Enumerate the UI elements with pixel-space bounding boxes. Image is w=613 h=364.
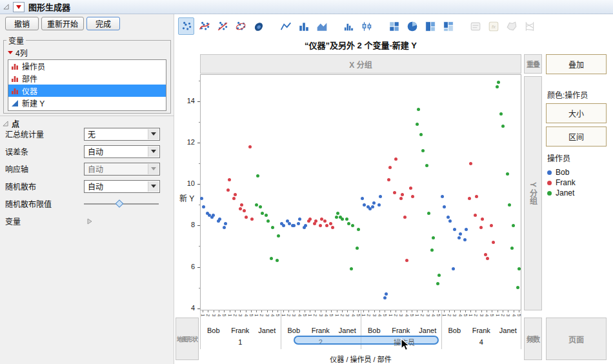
data-point[interactable]: [425, 164, 428, 167]
data-point[interactable]: [291, 224, 294, 227]
data-point[interactable]: [377, 203, 381, 207]
group-x-drop-zone[interactable]: X 分组: [200, 54, 521, 74]
data-point[interactable]: [448, 219, 452, 223]
data-point[interactable]: [484, 253, 487, 256]
data-point[interactable]: [350, 267, 353, 270]
data-point[interactable]: [437, 274, 441, 277]
data-point[interactable]: [383, 296, 387, 299]
page-drop-zone[interactable]: 页面: [546, 318, 607, 360]
data-point[interactable]: [388, 166, 392, 169]
bar-chart-icon[interactable]: [296, 17, 312, 35]
data-point[interactable]: [270, 257, 273, 260]
wrap-drop-zone[interactable]: 重叠: [524, 54, 542, 74]
data-point[interactable]: [405, 259, 408, 262]
expand-disclosure-icon[interactable]: [86, 218, 93, 225]
data-point[interactable]: [200, 197, 203, 200]
data-point[interactable]: [401, 193, 404, 196]
variables-list[interactable]: 操作员部件仪器新建 Y: [8, 59, 166, 111]
data-point[interactable]: [468, 197, 471, 200]
dropdown[interactable]: 自动: [84, 145, 160, 158]
data-point[interactable]: [271, 226, 274, 229]
data-point[interactable]: [265, 214, 268, 217]
dropdown[interactable]: 自动: [84, 180, 160, 193]
x-axis-labels[interactable]: 1Bob12345Frank12345Janet123452Bob12345Fr…: [200, 310, 521, 352]
data-point[interactable]: [307, 219, 310, 223]
box-plot-chart-icon[interactable]: [359, 17, 375, 35]
data-point[interactable]: [441, 195, 444, 198]
data-point[interactable]: [457, 236, 461, 239]
undo-button[interactable]: 撤销: [5, 17, 39, 30]
data-point[interactable]: [210, 216, 214, 219]
data-point[interactable]: [512, 224, 515, 227]
data-point[interactable]: [417, 108, 420, 111]
data-point[interactable]: [419, 133, 423, 136]
overlay-drop-zone[interactable]: 叠加: [546, 54, 607, 74]
data-point[interactable]: [411, 195, 414, 198]
mosaic-chart-icon[interactable]: [440, 17, 456, 35]
pie-chart-icon[interactable]: [404, 17, 420, 35]
data-point[interactable]: [223, 226, 226, 229]
variable-row[interactable]: 新建 Y: [8, 97, 166, 109]
data-point[interactable]: [497, 81, 500, 84]
data-point[interactable]: [331, 226, 334, 229]
done-button[interactable]: 完成: [86, 17, 120, 30]
histogram-chart-icon[interactable]: [341, 17, 357, 35]
contour-chart-icon[interactable]: [250, 17, 266, 35]
data-point[interactable]: [479, 226, 483, 229]
data-point[interactable]: [356, 247, 359, 250]
color-assignment-label[interactable]: 颜色:操作员: [547, 89, 588, 100]
data-point[interactable]: [393, 191, 396, 194]
map-shape-drop-zone[interactable]: 地图形状: [176, 318, 199, 360]
data-point[interactable]: [518, 267, 521, 270]
collapse-report-icon[interactable]: [3, 4, 9, 10]
data-point[interactable]: [277, 234, 280, 238]
data-point[interactable]: [394, 157, 397, 161]
freq-drop-zone[interactable]: 频数: [524, 318, 542, 360]
data-point[interactable]: [357, 228, 360, 231]
data-point[interactable]: [506, 172, 509, 176]
data-point[interactable]: [335, 216, 338, 219]
legend-item[interactable]: Bob: [547, 167, 607, 177]
treemap-chart-icon[interactable]: [422, 17, 438, 35]
interval-drop-zone[interactable]: 区间: [546, 126, 607, 147]
data-point[interactable]: [261, 212, 264, 215]
data-point[interactable]: [474, 214, 477, 217]
data-point[interactable]: [501, 125, 505, 128]
ellipse-chart-icon[interactable]: [232, 17, 248, 35]
data-point[interactable]: [421, 149, 425, 152]
data-point[interactable]: [224, 222, 227, 225]
data-point[interactable]: [459, 232, 462, 236]
data-point[interactable]: [303, 226, 306, 229]
data-point[interactable]: [452, 267, 455, 270]
data-point[interactable]: [234, 193, 237, 196]
data-point[interactable]: [361, 197, 364, 200]
data-point[interactable]: [319, 224, 322, 227]
data-point[interactable]: [347, 222, 350, 225]
data-point[interactable]: [371, 205, 374, 208]
line-of-fit-chart-icon[interactable]: [214, 17, 230, 35]
red-triangle-menu-button[interactable]: [13, 2, 25, 12]
jitter-limit-slider[interactable]: [84, 198, 159, 210]
data-point[interactable]: [245, 216, 248, 219]
data-point[interactable]: [516, 286, 519, 289]
data-point[interactable]: [250, 217, 254, 221]
data-point[interactable]: [436, 282, 439, 285]
data-point[interactable]: [399, 197, 403, 200]
data-point[interactable]: [427, 212, 430, 215]
data-point[interactable]: [282, 224, 285, 227]
data-point[interactable]: [499, 112, 503, 116]
smoother-chart-icon[interactable]: [196, 17, 212, 35]
legend-item[interactable]: Frank: [547, 177, 607, 188]
data-point[interactable]: [372, 201, 376, 205]
data-point[interactable]: [387, 178, 390, 181]
data-point[interactable]: [297, 222, 300, 225]
data-point[interactable]: [336, 212, 339, 215]
data-point[interactable]: [323, 219, 327, 223]
data-point[interactable]: [409, 187, 412, 190]
legend-item[interactable]: Janet: [547, 188, 607, 198]
data-point[interactable]: [351, 224, 354, 227]
data-point[interactable]: [463, 238, 467, 241]
data-point[interactable]: [202, 205, 205, 208]
size-drop-zone[interactable]: 大小: [546, 103, 607, 123]
data-point[interactable]: [465, 228, 468, 231]
